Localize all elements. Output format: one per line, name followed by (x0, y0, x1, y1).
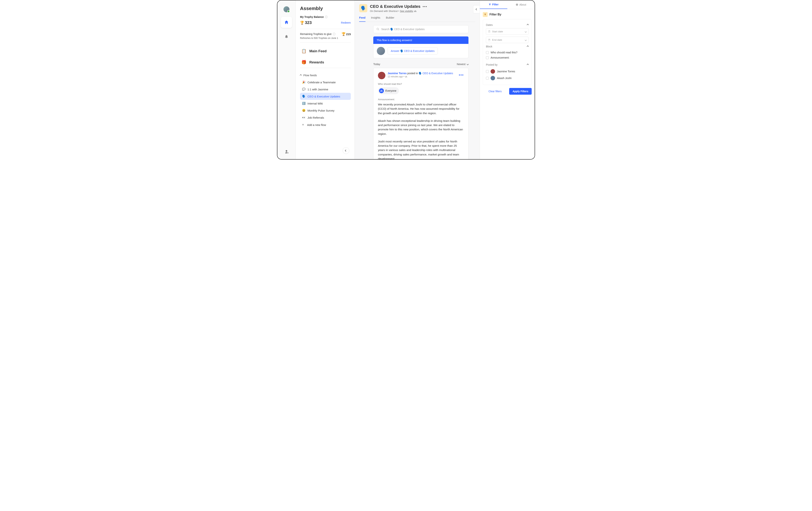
people-icon (405, 76, 407, 78)
search-icon (376, 28, 379, 31)
filter-block-announcement[interactable]: Announcement: (486, 55, 528, 60)
tab-builder[interactable]: Builder (386, 16, 394, 22)
notifications-button[interactable] (281, 31, 292, 42)
nav-rail (278, 0, 296, 159)
right-panel: Filter About Filter By Dates Start date … (480, 0, 534, 159)
answer-flow-button[interactable]: Answer 🗣️ CEO & Executive Updates (387, 48, 438, 55)
divider (300, 68, 351, 68)
drawer-toggle[interactable] (473, 5, 480, 13)
tab-about[interactable]: About (507, 0, 535, 9)
feed-post: Jasmine Torres posted in 🗣️ CEO & Execut… (373, 68, 468, 159)
post-question: Who should read this? (378, 83, 464, 85)
home-button[interactable] (281, 17, 292, 28)
redeem-link[interactable]: Redeem (341, 21, 351, 24)
end-date-input[interactable]: End date (486, 37, 528, 43)
filter-by-header: Filter By (480, 9, 534, 19)
flow-item-ceo-updates[interactable]: 🗣️CEO & Executive Updates (300, 93, 351, 100)
flow-item-celebrate[interactable]: 🎉Celebrate a Teammate (300, 79, 351, 86)
chevron-left-icon (475, 8, 477, 10)
flow-item-referrals[interactable]: 👀Job Referrals (300, 114, 351, 121)
tab-feed[interactable]: Feed (359, 16, 366, 22)
apply-filters-button[interactable]: Apply Filters (509, 88, 532, 95)
feed-day-label: Today (373, 63, 380, 66)
chevron-up-icon (300, 74, 302, 76)
checkbox[interactable] (486, 56, 489, 59)
chevron-up-icon (527, 24, 529, 26)
post-byline: Jasmine Torres posted in 🗣️ CEO & Execut… (387, 72, 453, 75)
nav-main-feed[interactable]: 📋 Main Feed (300, 46, 351, 57)
collapse-sidebar-button[interactable] (343, 147, 349, 154)
flow-item-wiki[interactable]: ℹ️Internal Wiki (300, 100, 351, 107)
user-avatar[interactable] (284, 6, 289, 12)
nav-label: Main Feed (309, 49, 327, 53)
plus-icon: + (301, 123, 305, 126)
trophy-icon: 🏆 (342, 32, 346, 36)
remaining-value: 🏆215 (342, 32, 351, 36)
main-tabs: Feed Insights Builder (359, 16, 475, 22)
chevron-up-icon (527, 46, 529, 48)
info-icon[interactable]: i (333, 33, 336, 35)
tab-filter[interactable]: Filter (480, 0, 507, 9)
filter-section-postedby[interactable]: Posted by (486, 63, 528, 66)
info-icon (516, 3, 518, 6)
collecting-banner: This flow is collecting answers! (373, 36, 468, 44)
page-title: CEO & Executive Updates ••• (370, 4, 427, 9)
people-icon (379, 88, 384, 93)
filter-section-block[interactable]: Block (486, 45, 528, 48)
checkbox[interactable] (486, 70, 489, 73)
author-avatar[interactable] (378, 72, 385, 79)
sidebar: Assembly My Trophy Balance i 🏆323 Redeem… (296, 0, 355, 159)
bell-icon (284, 34, 289, 38)
search-input[interactable]: Search 🗣️ CEO & Executive Updates (373, 25, 468, 33)
chevron-down-icon (525, 39, 527, 41)
trophy-balance-value: 🏆323 (300, 20, 312, 25)
filter-block-who[interactable]: Who should read this? (486, 50, 528, 55)
clear-filters-button[interactable]: Clear filters (483, 88, 507, 95)
chevron-up-icon (527, 64, 529, 66)
flow-item-1on1[interactable]: 💬1:1 with Jasmine (300, 86, 351, 93)
filter-panel: Dates Start date End date Block Who shou… (483, 19, 532, 85)
divider (300, 29, 351, 29)
more-menu[interactable]: ••• (423, 5, 427, 8)
answer-card: Answer 🗣️ CEO & Executive Updates (373, 44, 468, 58)
filter-icon (489, 3, 491, 6)
page-subtitle: On Demand with Shortcut • See visibility (370, 10, 427, 12)
filter-person-akash[interactable]: Akash Joshi (486, 75, 528, 81)
checkbox[interactable] (486, 77, 489, 80)
refresh-note: Refreshes to 500 Trophies on June 1 (300, 37, 351, 39)
nav-rewards[interactable]: 🎁 Rewards (300, 57, 351, 68)
admin-button[interactable] (284, 149, 289, 155)
filter-by-icon (483, 12, 488, 17)
section-label: Flow feeds (303, 74, 317, 77)
people-icon (414, 10, 416, 12)
flow-avatar: 🗣️ (359, 4, 367, 12)
filter-section-dates[interactable]: Dates (486, 23, 528, 26)
info-icon[interactable]: i (325, 16, 327, 18)
tab-insights[interactable]: Insights (371, 16, 380, 22)
chevron-left-icon (345, 149, 347, 151)
filter-person-jasmine[interactable]: Jasmine Torres (486, 68, 528, 75)
announcement-label: Announcement: (378, 98, 464, 101)
search-placeholder: Search 🗣️ CEO & Executive Updates (381, 28, 425, 31)
add-flow-label: Add a new flow (307, 123, 326, 126)
author-link[interactable]: Jasmine Torres (387, 72, 407, 75)
add-flow-button[interactable]: + Add a new flow (300, 121, 351, 129)
post-body: We recently promoted Akash Joshi to chie… (378, 102, 464, 159)
brand-title: Assembly (300, 6, 351, 11)
nav-label: Rewards (309, 60, 324, 64)
balance-label: My Trophy Balance i (300, 16, 351, 19)
sort-dropdown[interactable]: Newest (457, 63, 468, 66)
see-visibility-link[interactable]: See visibility (400, 10, 413, 12)
chevron-down-icon (525, 30, 527, 32)
flow-feeds-toggle[interactable]: Flow feeds (300, 71, 351, 79)
flow-link[interactable]: CEO & Executive Updates (423, 72, 453, 75)
post-timestamp: 12 minutes ago • (387, 75, 453, 78)
post-menu[interactable]: ••• (459, 73, 464, 77)
user-avatar (377, 47, 385, 55)
user-gear-icon (284, 149, 289, 154)
trophy-icon: 🏆 (300, 21, 304, 25)
flow-item-pulse[interactable]: 😄Monthly Pulse Survey (300, 107, 351, 114)
feed-icon: 📋 (301, 48, 307, 54)
checkbox[interactable] (486, 51, 489, 54)
start-date-input[interactable]: Start date (486, 28, 528, 35)
